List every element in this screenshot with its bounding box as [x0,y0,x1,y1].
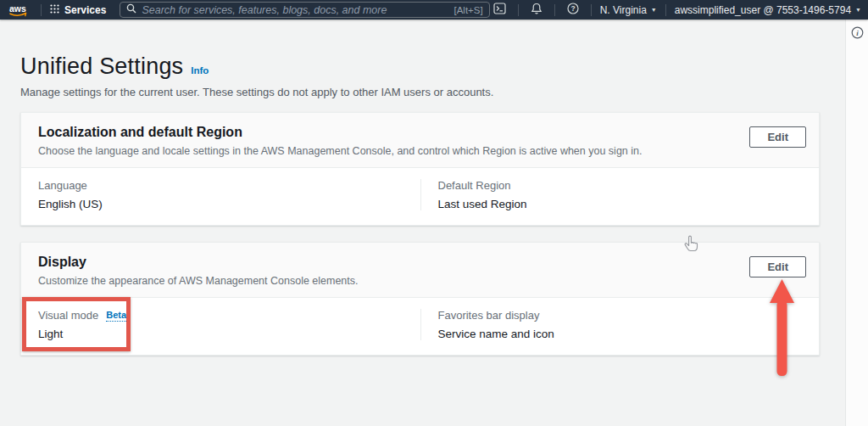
bell-icon [531,3,542,17]
field-label: Language [38,179,403,192]
edit-display-button[interactable]: Edit [749,256,806,277]
field-language: Language English (US) [21,179,420,210]
field-default-region: Default Region Last used Region [420,179,820,210]
info-link[interactable]: Info [191,65,209,76]
terminal-icon [493,3,506,17]
chevron-down-icon: ▼ [651,7,657,13]
field-value: Service name and icon [438,328,803,340]
card-title: Display [38,255,359,270]
page-content: Unified Settings Info Manage settings fo… [0,20,820,356]
question-circle-icon: ? [567,3,579,17]
topbar-divider [665,4,666,16]
services-button[interactable]: Services [50,4,106,16]
field-label: Visual mode [38,309,98,322]
page-subtitle: Manage settings for the current user. Th… [20,86,820,98]
card-localization-heading: Localization and default Region Choose t… [38,125,642,157]
field-label: Favorites bar display [438,309,803,322]
region-label: N. Virginia [600,4,647,16]
help-button[interactable]: ? [564,3,582,17]
page-title-row: Unified Settings Info [20,53,820,80]
region-selector[interactable]: N. Virginia ▼ [600,4,657,16]
card-display-body: Visual mode Beta Light Favorites bar dis… [21,298,819,355]
main-area: i Unified Settings Info Manage settings … [0,20,868,426]
topbar: aws Services [Alt+S] [0,0,868,20]
svg-text:?: ? [570,4,575,13]
account-label: awssimplified_user @ 7553-1496-5794 [675,4,851,16]
search-input[interactable] [142,4,453,16]
topbar-divider [41,4,42,16]
search-icon [126,3,136,16]
page-title: Unified Settings [20,53,183,80]
search-shortcut-label: [Alt+S] [453,5,482,15]
field-favorites-bar: Favorites bar display Service name and i… [420,309,820,340]
svg-text:i: i [856,29,859,37]
info-panel-button[interactable]: i [851,26,864,426]
beta-badge[interactable]: Beta [106,310,126,322]
field-value: English (US) [38,198,403,210]
field-value: Last used Region [438,198,803,210]
card-display: Display Customize the appearance of AWS … [20,242,820,356]
card-description: Choose the language and locale settings … [38,145,642,157]
grid-icon [50,4,59,16]
edit-localization-button[interactable]: Edit [749,126,806,148]
field-visual-mode: Visual mode Beta Light [21,309,420,340]
aws-logo[interactable]: aws [7,3,31,18]
card-display-heading: Display Customize the appearance of AWS … [38,255,359,287]
chevron-down-icon: ▼ [855,7,861,13]
field-label: Default Region [438,179,803,192]
card-display-header: Display Customize the appearance of AWS … [21,243,819,298]
cloudshell-button[interactable] [490,3,509,17]
topbar-divider [554,4,555,16]
card-localization-body: Language English (US) Default Region Las… [21,168,819,225]
topbar-divider [518,4,519,16]
card-description: Customize the appearance of AWS Manageme… [38,275,359,287]
card-localization-header: Localization and default Region Choose t… [21,113,819,168]
topbar-right-cluster: ? N. Virginia ▼ awssimplified_user @ 755… [490,3,861,17]
right-side-rail: i [845,20,868,426]
notifications-button[interactable] [527,3,546,17]
card-title: Localization and default Region [38,125,642,140]
topbar-divider [591,4,592,16]
card-localization: Localization and default Region Choose t… [20,112,820,226]
field-value: Light [38,328,403,340]
search-box[interactable]: [Alt+S] [120,2,489,18]
account-menu[interactable]: awssimplified_user @ 7553-1496-5794 ▼ [675,4,861,16]
svg-text:aws: aws [9,3,26,14]
services-label: Services [64,4,106,16]
info-circle-icon: i [851,27,864,42]
